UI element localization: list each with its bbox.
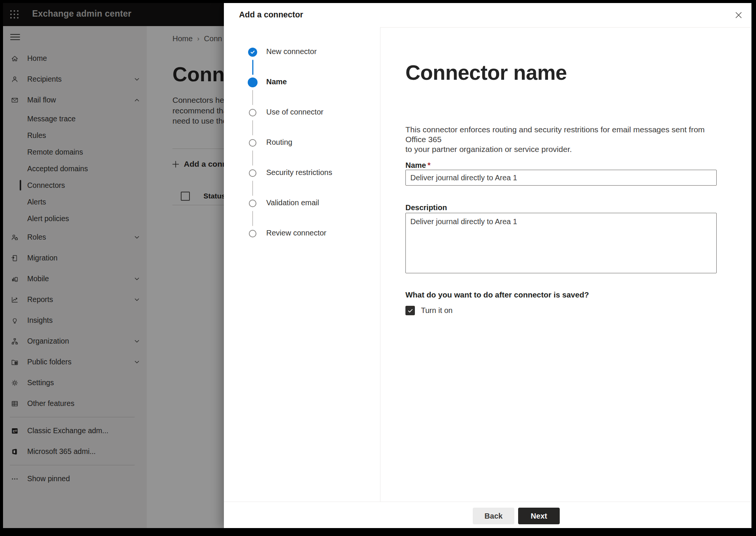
step-connector-line (252, 211, 253, 226)
wizard-step-review-connector: Review connector (266, 229, 326, 237)
step-connector-line (252, 181, 253, 196)
step-circle-completed (248, 48, 257, 57)
add-connector-dialog: Add a connector New connectorNameUse of … (224, 3, 751, 528)
step-connector-line (252, 120, 253, 135)
description-field-label: Description (405, 203, 447, 212)
wizard-step-name: Name (266, 77, 287, 86)
next-button[interactable]: Next (518, 508, 560, 524)
step-connector-line (252, 60, 253, 75)
turn-it-on-checkbox[interactable] (405, 306, 415, 315)
turn-it-on-label: Turn it on (421, 306, 453, 315)
close-icon[interactable] (732, 8, 745, 22)
name-field-label: Name* (405, 161, 430, 170)
dialog-title: Add a connector (239, 10, 303, 20)
required-asterisk: * (427, 161, 430, 169)
wizard-step-validation-email: Validation email (266, 198, 319, 207)
wizard-steps: New connectorNameUse of connectorRouting… (224, 27, 380, 502)
step-heading: Connector name (405, 60, 567, 85)
back-button[interactable]: Back (473, 508, 514, 524)
step-connector-line (252, 90, 253, 105)
step-circle-pending (249, 230, 256, 237)
intro-line-1: This connector enforces routing and secu… (405, 125, 717, 144)
connector-name-input[interactable] (405, 170, 717, 186)
step-circle-current (248, 77, 258, 87)
wizard-step-use-of-connector: Use of connector (266, 108, 323, 116)
step-connector-line (252, 150, 253, 166)
screenshot-canvas: Exchange admin center HomeRecipientsMail… (0, 0, 756, 536)
wizard-step-routing: Routing (266, 138, 292, 147)
step-circle-pending (249, 139, 256, 147)
step-intro-text: This connector enforces routing and secu… (405, 125, 717, 154)
after-save-question: What do you want to do after connector i… (405, 290, 589, 299)
step-circle-pending (249, 169, 256, 177)
wizard-step-security-restrictions: Security restrictions (266, 168, 332, 177)
dialog-footer: Back Next (224, 502, 751, 528)
connector-description-textarea[interactable]: Deliver journal directly to Area 1 (405, 213, 717, 273)
step-circle-pending (249, 200, 256, 207)
turn-it-on-option: Turn it on (405, 306, 453, 315)
app-window: Exchange admin center HomeRecipientsMail… (3, 3, 751, 528)
step-circle-pending (249, 109, 256, 116)
wizard-step-new-connector: New connector (266, 47, 317, 56)
dialog-header: Add a connector (224, 3, 751, 28)
intro-line-2: to your partner organization or service … (405, 144, 717, 154)
